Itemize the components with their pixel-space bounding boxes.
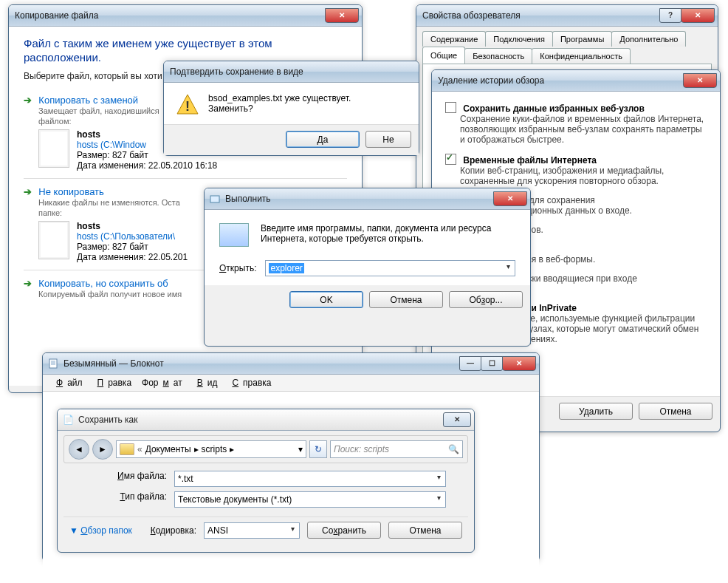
titlebar[interactable]: Копирование файла ✕ [9, 5, 362, 27]
tab-strip: Содержание Подключения Программы Дополни… [416, 27, 718, 64]
confirm-save-dialog: Подтвердить сохранение в виде ! bsod_exa… [163, 61, 419, 156]
close-button[interactable]: ✕ [443, 412, 471, 427]
warning-icon: ! [176, 93, 199, 117]
minimize-button[interactable]: — [459, 356, 481, 371]
breadcrumb[interactable]: « Документы▸ scripts▸ ▾ [116, 440, 306, 458]
tab-general[interactable]: Общие [422, 47, 465, 64]
ok-button[interactable]: OK [289, 291, 363, 308]
tab-privacy[interactable]: Конфиденциальность [532, 48, 631, 64]
opt-preserve-favorites[interactable]: Сохранить данные избранных веб-узлов Сох… [445, 102, 707, 145]
nav-bar: ◄ ► « Документы▸ scripts▸ ▾ ↻ Поиск: scr… [63, 435, 468, 463]
run-titlebar-icon [209, 193, 221, 205]
delete-button[interactable]: Удалить [559, 403, 633, 420]
no-button[interactable]: Не [365, 131, 411, 148]
checkbox[interactable] [445, 102, 456, 113]
title: Безымянный — Блокнот [62, 358, 459, 369]
cancel-button[interactable]: Отмена [639, 403, 712, 420]
encoding-combo[interactable]: ANSI [204, 522, 300, 539]
opt-temp-files[interactable]: Временные файлы Интернета Копии веб-стра… [445, 154, 707, 186]
tab-content-tab[interactable]: Содержание [422, 31, 486, 47]
titlebar[interactable]: Свойства обозревателя ? ✕ [416, 5, 718, 27]
option-title: Не копировать [38, 186, 104, 197]
save-icon: 📄 [62, 414, 74, 426]
title: Подтвердить сохранение в виде [168, 67, 416, 77]
titlebar[interactable]: Удаление истории обзора ✕ [432, 70, 720, 92]
filetype-combo[interactable]: Текстовые документы (*.txt) [174, 491, 446, 508]
titlebar[interactable]: Безымянный — Блокнот — ☐ ✕ [43, 353, 539, 375]
search-box[interactable]: Поиск: scripts 🔍 [330, 440, 463, 458]
tab-security[interactable]: Безопасность [464, 48, 532, 64]
maximize-button[interactable]: ☐ [481, 356, 503, 371]
tab-programs[interactable]: Программы [552, 31, 612, 47]
run-dialog: Выполнить ✕ Введите имя программы, папки… [204, 188, 531, 347]
help-button[interactable]: ? [659, 8, 681, 23]
cancel-button[interactable]: Отмена [388, 522, 462, 539]
titlebar[interactable]: 📄 Сохранить как ✕ [58, 409, 474, 431]
open-combobox[interactable]: explorer [265, 260, 515, 276]
close-button[interactable]: ✕ [683, 73, 717, 88]
close-button[interactable]: ✕ [493, 191, 527, 206]
title: Выполнить [224, 194, 493, 204]
tab-connections[interactable]: Подключения [485, 31, 553, 47]
search-icon: 🔍 [448, 444, 459, 454]
title: Сохранить как [77, 415, 443, 425]
menu-format[interactable]: Формат [137, 376, 187, 389]
checkbox[interactable] [445, 154, 456, 165]
titlebar[interactable]: Подтвердить сохранение в виде [164, 61, 419, 83]
save-button[interactable]: Сохранить [307, 522, 381, 539]
titlebar[interactable]: Выполнить ✕ [205, 188, 530, 210]
refresh-button[interactable]: ↻ [309, 440, 327, 458]
filename-label: Имя файла: [86, 471, 167, 487]
option-title: Копировать, но сохранить об [38, 278, 168, 289]
browse-folders-link[interactable]: ▼ Обзор папок [69, 525, 132, 536]
encoding-label: Кодировка: [151, 525, 196, 536]
close-button[interactable]: ✕ [502, 356, 536, 371]
filetype-label: Тип файла: [86, 491, 167, 508]
yes-button[interactable]: Да [286, 131, 360, 148]
tab-advanced[interactable]: Дополнительно [611, 31, 686, 47]
msg-line: bsod_examples.txt уже существует. [208, 93, 351, 103]
menubar: Файл Правка Формат Вид Справка [43, 375, 539, 392]
open-label: Открыть: [219, 263, 256, 273]
forward-button[interactable]: ► [92, 439, 113, 460]
close-button[interactable]: ✕ [681, 8, 715, 23]
close-button[interactable]: ✕ [325, 8, 359, 23]
file-icon [38, 221, 69, 259]
menu-help[interactable]: Справка [223, 376, 275, 389]
run-icon [219, 223, 249, 247]
menu-file[interactable]: Файл [47, 376, 87, 389]
folder-icon [120, 443, 134, 455]
msg-line: Заменить? [208, 103, 351, 114]
filename-input[interactable]: *.txt [174, 471, 446, 487]
cancel-button[interactable]: Отмена [369, 291, 443, 308]
file-icon [38, 129, 69, 168]
svg-rect-2 [210, 196, 219, 202]
arrow-right-icon: ➔ [24, 186, 32, 197]
title: Копирование файла [13, 10, 325, 21]
open-value: explorer [269, 263, 303, 273]
title: Свойства обозревателя [421, 10, 659, 21]
run-hint: Введите имя программы, папки, документа … [261, 223, 515, 244]
arrow-right-icon: ➔ [24, 278, 32, 289]
browse-button[interactable]: Обзор... [449, 291, 523, 308]
arrow-right-icon: ➔ [24, 95, 32, 106]
title: Удаление истории обзора [436, 75, 683, 86]
back-button[interactable]: ◄ [69, 439, 89, 460]
file-path-link[interactable]: hosts (C:\Пользователи\ [77, 231, 188, 242]
menu-view[interactable]: Вид [188, 376, 222, 389]
svg-rect-3 [49, 359, 57, 368]
notepad-icon [47, 358, 59, 369]
svg-text:!: ! [185, 99, 190, 114]
menu-edit[interactable]: Правка [89, 376, 137, 389]
option-title: Копировать с заменой [38, 95, 138, 106]
save-as-dialog: 📄 Сохранить как ✕ ◄ ► « Документы▸ scrip… [57, 409, 475, 553]
